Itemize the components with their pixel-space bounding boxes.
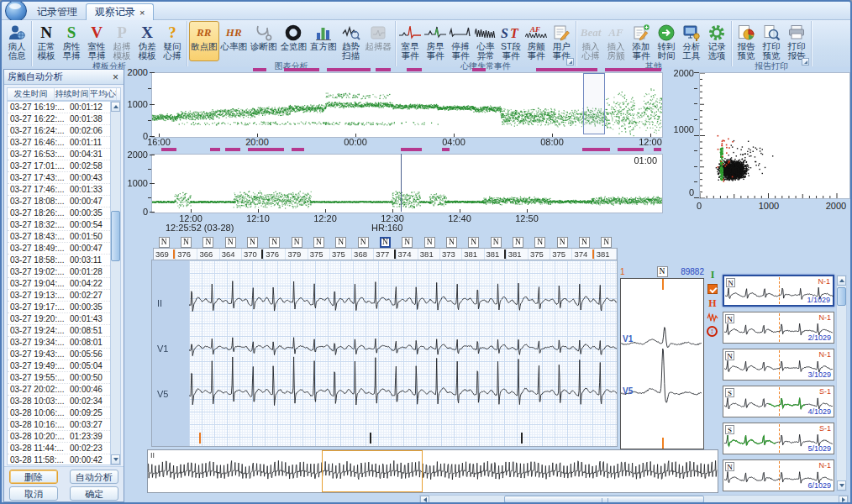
af-episode-row[interactable]: 03-27 19:13:...00:02:27 <box>8 290 112 302</box>
dialog-launcher-icon[interactable] <box>802 58 809 66</box>
af-episode-row[interactable]: 03-27 17:46:...00:01:33 <box>8 184 112 196</box>
af-episode-row[interactable]: 03-27 18:08:...00:00:47 <box>8 196 112 207</box>
beat-class-box[interactable]: N <box>380 237 391 248</box>
column-header-1[interactable]: 持续时间 <box>55 88 90 100</box>
atrial-premature-template-button[interactable]: S房性早搏 <box>59 21 84 61</box>
normal-template-button[interactable]: N正常模板 <box>34 21 59 61</box>
af-episode-row[interactable]: 03-27 18:58:...00:03:11 <box>8 255 112 266</box>
beat-class-box[interactable]: N <box>269 237 280 248</box>
horizontal-scrollbar[interactable] <box>419 495 849 504</box>
ok-button[interactable]: 确定 <box>70 486 118 501</box>
beat-class-box[interactable]: N <box>181 237 192 248</box>
dialog-launcher-icon[interactable] <box>566 58 574 66</box>
st-segment-event-button[interactable]: STST段事件 <box>498 21 523 61</box>
scroll-down-icon[interactable] <box>111 454 120 465</box>
pause-event-button[interactable]: 停搏事件 <box>448 21 473 61</box>
tab-close-icon[interactable]: × <box>139 8 145 17</box>
beat-class-box[interactable]: N <box>534 237 545 248</box>
edit-check-icon[interactable] <box>707 284 718 294</box>
trend-cursor-line[interactable] <box>401 154 402 212</box>
beat-class-box[interactable]: N <box>579 237 590 248</box>
af-episode-row[interactable]: 03-27 19:43:...00:05:56 <box>8 349 112 360</box>
diagnosis-chart-button[interactable]: 诊断图 <box>249 21 279 61</box>
af-episode-row[interactable]: 03-27 17:01:...00:02:58 <box>8 160 112 172</box>
af-episode-row[interactable]: 03-27 16:22:...00:01:38 <box>8 113 112 125</box>
scroll-up-icon[interactable] <box>837 276 846 286</box>
pvc-event-button[interactable]: 室早事件 <box>397 21 423 61</box>
af-event-button[interactable]: AF房颤事件 <box>523 21 549 61</box>
trend-selection-box[interactable] <box>583 73 605 134</box>
scroll-down-icon[interactable] <box>837 480 846 491</box>
ventricular-premature-template-button[interactable]: V室性早搏 <box>84 21 109 61</box>
beat-class-box[interactable]: N <box>225 237 236 248</box>
beat-class-box[interactable]: N <box>513 237 523 248</box>
af-episode-row[interactable]: 03-27 16:46:...00:01:11 <box>8 137 112 149</box>
af-episode-row[interactable]: 03-28 10:06:...00:09:25 <box>8 407 112 419</box>
trend-scan-button[interactable]: 趋势扫描 <box>339 21 364 61</box>
ecg-waveform-panel[interactable]: IIV1V5 <box>151 260 618 447</box>
af-episode-row[interactable]: 03-27 20:02:...00:00:46 <box>8 384 112 396</box>
af-episode-row[interactable]: 03-28 10:03:...00:02:34 <box>8 396 112 407</box>
print-report-button[interactable]: 打印报告 <box>784 21 809 61</box>
rhythm-strip[interactable]: II <box>147 449 718 493</box>
scrollbar-thumb[interactable] <box>111 211 120 261</box>
template-item[interactable]: NN-12/1029 <box>723 312 834 344</box>
af-episode-row[interactable]: 03-27 18:49:...00:00:47 <box>8 243 112 255</box>
template-scrollbar[interactable] <box>836 275 847 491</box>
question-beat-button[interactable]: ?疑问心搏 <box>160 21 185 61</box>
beat-class-box[interactable]: N <box>247 237 258 248</box>
delete-button[interactable]: 删除 <box>9 470 58 484</box>
af-episode-row[interactable]: 03-27 18:43:...00:01:50 <box>8 231 112 243</box>
template-item[interactable]: SS-14/1029 <box>723 386 834 417</box>
histogram-chart-button[interactable]: 直方图 <box>308 21 339 61</box>
beat-class-box[interactable]: N <box>601 237 612 248</box>
column-header-2[interactable]: 平均心率 <box>90 88 117 100</box>
af-episode-row[interactable]: 03-27 19:20:...00:01:43 <box>8 313 112 325</box>
rr-trend-hour-chart[interactable] <box>151 154 663 213</box>
af-episode-row[interactable]: 03-27 16:24:...00:02:06 <box>8 125 112 137</box>
caliper-vertical-icon[interactable]: I <box>707 269 718 281</box>
beat-class-box[interactable]: N <box>202 237 213 248</box>
tab-observe-record[interactable]: 观察记录× <box>86 3 154 20</box>
hr-chart-button[interactable]: HR心率图 <box>219 21 250 61</box>
add-event-button[interactable]: 添加事件 <box>628 21 654 61</box>
hr-abnormal-event-button[interactable]: 心率异常 <box>473 21 498 61</box>
af-episode-row[interactable]: 03-27 19:17:...00:00:35 <box>8 302 112 313</box>
rr-scatter-chart-button[interactable]: RR散点图 <box>189 21 219 61</box>
caliper-horizontal-icon[interactable]: H <box>707 297 718 309</box>
af-episode-row[interactable]: 03-27 17:43:...00:00:43 <box>8 172 112 184</box>
af-episode-row[interactable]: 03-27 19:55:...00:00:50 <box>8 372 112 384</box>
af-episode-row[interactable]: 03-28 11:58:...00:00:42 <box>8 454 112 465</box>
goto-time-button[interactable]: 转到时间 <box>654 21 679 61</box>
column-header-0[interactable]: 发生时间 <box>8 88 55 100</box>
af-episode-row[interactable]: 03-27 16:53:...00:04:31 <box>8 149 112 160</box>
scrollbar-thumb[interactable] <box>837 287 846 306</box>
af-episode-row[interactable]: 03-27 18:26:...00:00:35 <box>8 207 112 219</box>
template-item[interactable]: SS-15/1029 <box>723 423 834 454</box>
rr-poincare-chart[interactable] <box>699 72 850 199</box>
beat-class-box[interactable]: N <box>358 237 369 248</box>
template-item[interactable]: NN-11/1029 <box>723 275 834 307</box>
beat-class-box[interactable]: N <box>402 237 413 248</box>
af-episode-row[interactable]: 03-28 10:16:...00:03:27 <box>8 419 112 431</box>
af-episode-row[interactable]: 03-27 19:34:...00:08:01 <box>8 337 112 349</box>
scrollbar-thumb[interactable] <box>504 496 704 503</box>
af-episode-row[interactable]: 03-27 19:49:...00:05:04 <box>8 360 112 372</box>
af-episode-row[interactable]: 03-27 19:24:...00:08:51 <box>8 325 112 337</box>
af-episode-row[interactable]: 03-27 16:19:...00:01:12 <box>8 102 112 113</box>
beat-class-box[interactable]: N <box>159 237 170 248</box>
expand-vertical-icon[interactable]: ↕ <box>707 326 718 337</box>
af-episode-row[interactable]: 03-28 11:44:...00:02:23 <box>8 443 112 454</box>
patient-info-button[interactable]: 病人信息 <box>4 21 29 61</box>
beat-class-box[interactable]: N <box>335 237 346 248</box>
artifact-template-button[interactable]: X伪差模板 <box>134 21 160 61</box>
waveform-tool-icon[interactable] <box>707 312 718 323</box>
auto-analysis-button[interactable]: 自动分析 <box>70 470 118 484</box>
beat-detail-body[interactable]: V1V5 <box>620 278 704 449</box>
close-icon[interactable]: × <box>111 71 120 83</box>
scroll-left-icon[interactable] <box>420 496 429 503</box>
beat-class-box[interactable]: N <box>292 237 302 248</box>
beat-class-box[interactable]: N <box>313 237 324 248</box>
af-episode-row[interactable]: 03-27 19:02:...00:01:28 <box>8 266 112 278</box>
app-logo-icon[interactable] <box>5 0 27 22</box>
